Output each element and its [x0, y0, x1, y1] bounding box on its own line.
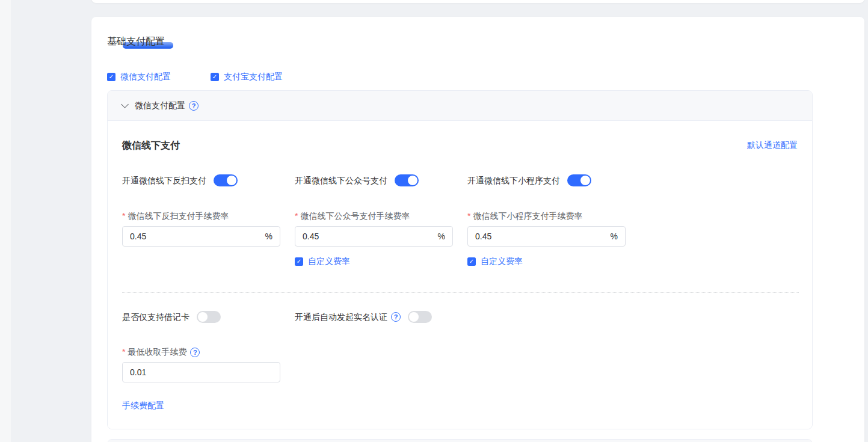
default-channel-config-link[interactable]: 默认通道配置: [747, 140, 798, 151]
percent-suffix: %: [611, 232, 618, 241]
chevron-down-icon[interactable]: [121, 100, 129, 108]
toggle-knob: [198, 312, 208, 322]
switch-col-official-account: 开通微信线下公众号支付: [295, 174, 467, 186]
custom-rate-label[interactable]: 自定义费率: [481, 256, 523, 267]
rate-input-wrapper: %: [467, 226, 626, 247]
custom-rate-checkbox-official[interactable]: ✓ 自定义费率: [295, 256, 467, 267]
offline-pay-section-title: 微信线下支付: [122, 139, 180, 152]
toggle-mini-program-pay[interactable]: [567, 174, 591, 186]
min-fee-label: * 最低收取手续费 ?: [122, 346, 798, 358]
checkbox-alipay-pay-config[interactable]: ✓ 支付宝支付配置: [211, 71, 283, 82]
mini-program-rate-input[interactable]: [475, 232, 606, 241]
switch-label: 开通微信线下小程序支付: [467, 175, 560, 186]
previous-card-fragment: [91, 0, 864, 3]
toggle-knob: [227, 176, 236, 185]
toggle-knob: [580, 176, 590, 185]
wechat-panel-body: 微信线下支付 默认通道配置 开通微信线下反扫支付 开通微信线下公众号支付 开通微…: [108, 121, 812, 429]
percent-suffix: %: [438, 232, 445, 241]
page-title: 基础支付配置: [107, 35, 165, 48]
wechat-panel-header[interactable]: 微信支付配置 ?: [108, 91, 812, 121]
switch-label: 开通微信线下公众号支付: [295, 175, 387, 186]
checkbox-checked-icon[interactable]: ✓: [295, 257, 303, 266]
checkbox-checked-icon[interactable]: ✓: [467, 257, 476, 266]
payment-type-checkbox-row: ✓ 微信支付配置 ✓ 支付宝支付配置: [107, 71, 849, 82]
percent-suffix: %: [265, 232, 272, 241]
switch-col-realname: 开通后自动发起实名认证 ?: [295, 311, 467, 323]
question-circle-icon[interactable]: ?: [391, 312, 401, 322]
switch-label: 开通微信线下反扫支付: [122, 175, 206, 186]
question-circle-icon[interactable]: ?: [189, 101, 199, 111]
required-asterisk: *: [122, 210, 125, 222]
offline-pay-section-head: 微信线下支付 默认通道配置: [122, 139, 798, 152]
switch-col-reverse-scan: 开通微信线下反扫支付: [122, 174, 295, 186]
required-asterisk: *: [295, 210, 298, 222]
required-asterisk: *: [122, 346, 125, 358]
dashed-divider: [122, 292, 799, 293]
field-official-account-rate: * 微信线下公众号支付手续费率 % ✓ 自定义费率: [295, 210, 467, 267]
checkbox-label[interactable]: 支付宝支付配置: [224, 71, 283, 82]
alipay-pay-config-panel: 支付宝支付配置: [107, 439, 813, 442]
field-mini-program-rate: * 微信线下小程序支付手续费率 % ✓ 自定义费率: [467, 210, 640, 267]
wechat-panel-title: 微信支付配置: [135, 100, 185, 111]
field-label: * 微信线下公众号支付手续费率: [295, 210, 467, 222]
secondary-switch-row: 是否仅支持借记卡 开通后自动发起实名认证 ?: [122, 311, 798, 323]
toggle-knob: [409, 312, 419, 322]
rate-input-wrapper: %: [122, 226, 280, 247]
checkbox-label[interactable]: 微信支付配置: [120, 71, 171, 82]
checkbox-checked-icon[interactable]: ✓: [211, 73, 219, 81]
toggle-debit-card-only[interactable]: [197, 311, 221, 323]
min-fee-input-wrapper: [122, 362, 280, 382]
field-label: * 微信线下小程序支付手续费率: [467, 210, 640, 222]
official-account-rate-input[interactable]: [303, 232, 433, 241]
fee-rate-fields-row: * 微信线下反扫支付手续费率 % * 微信线下公众号支付手续费率: [122, 210, 798, 267]
basic-payment-config-card: 基础支付配置 ✓ 微信支付配置 ✓ 支付宝支付配置 微信支付配置 ? 微信线下支…: [91, 17, 864, 442]
toggle-reverse-scan-pay[interactable]: [214, 174, 238, 186]
switch-col-mini-program: 开通微信线下小程序支付: [467, 174, 640, 186]
offline-switch-row: 开通微信线下反扫支付 开通微信线下公众号支付 开通微信线下小程序支付: [122, 174, 798, 186]
rate-input-wrapper: %: [295, 226, 453, 247]
switch-col-debit-only: 是否仅支持借记卡: [122, 311, 295, 323]
toggle-knob: [408, 176, 417, 185]
reverse-scan-rate-input[interactable]: [130, 232, 260, 241]
field-label: * 微信线下反扫支付手续费率: [122, 210, 295, 222]
checkbox-checked-icon[interactable]: ✓: [107, 73, 115, 81]
page-left-gutter: [0, 0, 11, 442]
custom-rate-label[interactable]: 自定义费率: [308, 256, 350, 267]
fee-config-link[interactable]: 手续费配置: [122, 400, 164, 411]
min-fee-input[interactable]: [130, 367, 272, 377]
required-asterisk: *: [467, 210, 470, 222]
wechat-pay-config-panel: 微信支付配置 ? 微信线下支付 默认通道配置 开通微信线下反扫支付 开通微信线下…: [107, 90, 813, 429]
alipay-panel-header[interactable]: 支付宝支付配置: [108, 440, 812, 442]
field-reverse-scan-rate: * 微信线下反扫支付手续费率 %: [122, 210, 295, 247]
toggle-auto-realname-auth[interactable]: [408, 311, 432, 323]
checkbox-wechat-pay-config[interactable]: ✓ 微信支付配置: [107, 71, 171, 82]
toggle-official-account-pay[interactable]: [395, 174, 419, 186]
switch-label: 开通后自动发起实名认证: [295, 312, 387, 323]
switch-label: 是否仅支持借记卡: [122, 312, 189, 323]
question-circle-icon[interactable]: ?: [190, 348, 200, 357]
custom-rate-checkbox-mini[interactable]: ✓ 自定义费率: [467, 256, 640, 267]
